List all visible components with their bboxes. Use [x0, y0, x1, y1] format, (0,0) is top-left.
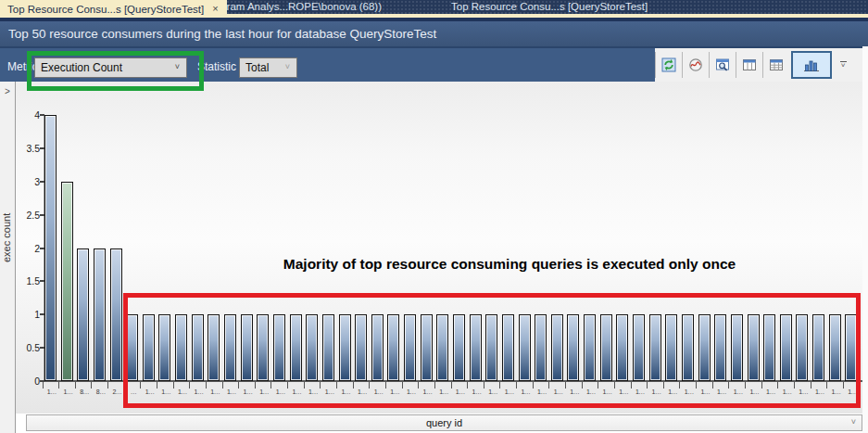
- grid-icon: [769, 57, 784, 72]
- x-tick-mark: [43, 382, 44, 388]
- tab-top-resource-consumers-2[interactable]: Top Resource Consu...s [QueryStoreTest]: [451, 0, 648, 14]
- tab-top-resource-consumers-1[interactable]: Top Resource Consu...s [QueryStoreTest] …: [0, 0, 227, 18]
- y-tick-label: 1.5: [18, 275, 40, 287]
- chevron-down-icon: ˅: [285, 62, 290, 71]
- y-tick-label: 0: [18, 376, 40, 387]
- grid-button[interactable]: [763, 48, 789, 82]
- view-query-text-icon: [715, 57, 730, 72]
- view-query-text-button[interactable]: [710, 48, 736, 82]
- toolbar-overflow-button[interactable]: ˅: [834, 48, 852, 82]
- y-tick-label: 2: [18, 243, 40, 254]
- track-query-icon: [688, 57, 703, 72]
- x-tick-mark: [107, 382, 108, 388]
- right-margin: [862, 46, 868, 433]
- close-icon[interactable]: ×: [212, 4, 218, 14]
- x-axis-label: query id: [426, 417, 462, 428]
- toolbar-button-group: ˅: [655, 48, 862, 82]
- bar[interactable]: [110, 248, 122, 382]
- refresh-button[interactable]: [656, 48, 682, 82]
- y-tick-label: 1: [18, 309, 40, 320]
- y-tick-label: 0.5: [18, 342, 40, 353]
- x-tick-mark: [91, 382, 92, 388]
- y-tick-label: 4: [18, 109, 40, 121]
- bar[interactable]: [44, 115, 57, 381]
- x-tick-mark: [58, 382, 59, 388]
- y-tick-label: 3.5: [18, 143, 40, 154]
- green-highlight-annotation: [27, 51, 204, 91]
- refresh-icon: [661, 57, 676, 72]
- bar-selected[interactable]: [61, 182, 73, 381]
- chevron-down-icon: ˅: [841, 63, 846, 69]
- toolbar: Metric Execution Count ˅ Statistic Total…: [0, 46, 868, 82]
- y-tick-label: 3: [18, 176, 40, 187]
- grid-details-icon: [742, 57, 757, 72]
- chevron-down-icon: ˅: [851, 417, 856, 427]
- chart-area: Majority of top resource consuming queri…: [16, 82, 862, 414]
- bar-chart-icon: [803, 57, 820, 72]
- grid-details-button[interactable]: [736, 48, 762, 82]
- bar[interactable]: [94, 248, 106, 382]
- x-axis-selector[interactable]: query id ˅: [26, 414, 862, 431]
- y-axis-title: exec count: [1, 185, 15, 289]
- statistic-dropdown[interactable]: Total ˅: [239, 57, 297, 78]
- tab-label: Top Resource Consu...s [QueryStoreTest]: [451, 1, 648, 12]
- track-query-button[interactable]: [683, 48, 709, 82]
- bar[interactable]: [77, 248, 89, 382]
- tab-label: Top Resource Consu...s [QueryStoreTest]: [7, 4, 204, 15]
- chart-view-button[interactable]: [791, 51, 832, 79]
- y-tick-label: 2.5: [18, 210, 40, 221]
- statistic-value: Total: [245, 61, 269, 74]
- x-tick-mark: [75, 382, 76, 388]
- page-title: Top 50 resource consumers during the las…: [8, 27, 436, 41]
- annotation-text: Majority of top resource consuming queri…: [241, 256, 778, 273]
- expand-chevron-icon[interactable]: >: [5, 86, 10, 96]
- report-title-bar: Top 50 resource consumers during the las…: [0, 18, 868, 46]
- red-highlight-annotation: [123, 293, 861, 408]
